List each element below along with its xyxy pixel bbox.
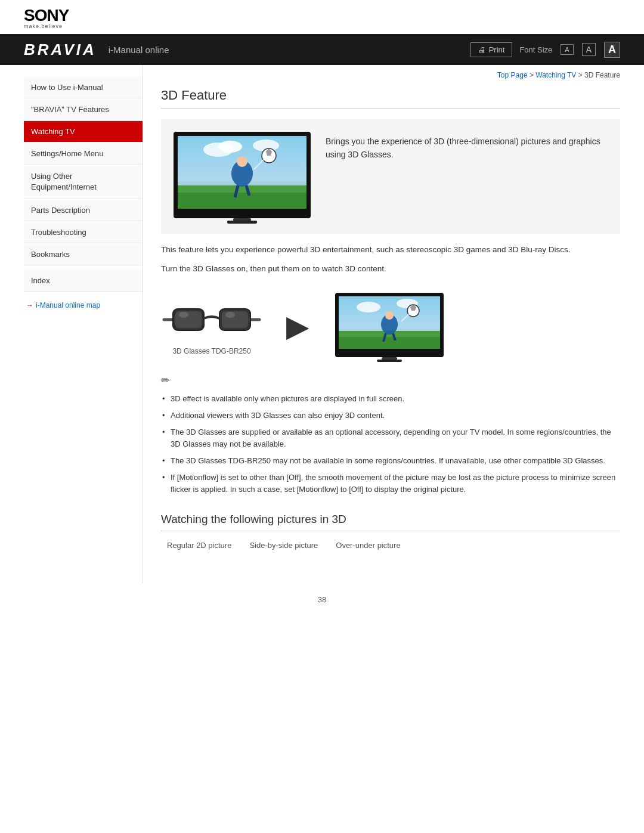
sidebar-item-bookmarks[interactable]: Bookmarks [24, 244, 143, 265]
svg-point-23 [225, 312, 235, 318]
breadcrumb-sep1: > [530, 71, 535, 79]
breadcrumb-current: 3D Feature [584, 71, 620, 79]
body-text-1: This feature lets you experience powerfu… [161, 243, 620, 256]
picture-type-2: Side-by-side picture [249, 541, 318, 550]
font-size-large-button[interactable]: A [604, 42, 620, 58]
bravia-bar-right: 🖨 Print Font Size A A A [470, 42, 620, 58]
glasses-diagram: 3D Glasses TDG-BR250 [161, 297, 262, 355]
glasses-image [161, 297, 262, 345]
breadcrumb: Top Page > Watching TV > 3D Feature [161, 65, 620, 83]
note-item-3: The 3D Glasses are supplied or available… [161, 424, 620, 453]
main-container: How to Use i-Manual "BRAVIA" TV Features… [0, 65, 644, 583]
notes-section: ✏ 3D effect is available only when pictu… [161, 374, 620, 498]
bravia-logo: BRAVIA [24, 41, 97, 59]
sony-logo: SONY make.believe [24, 7, 69, 29]
sony-tagline: make.believe [24, 24, 69, 29]
page-footer: 38 [0, 583, 644, 610]
sidebar-item-index[interactable]: Index [24, 270, 143, 292]
svg-rect-15 [227, 221, 257, 224]
breadcrumb-sep2: > [578, 71, 584, 79]
imanual-map-link[interactable]: → i-Manual online map [24, 301, 143, 309]
picture-type-1: Regular 2D picture [167, 541, 231, 550]
sidebar: How to Use i-Manual "BRAVIA" TV Features… [0, 65, 143, 583]
svg-point-27 [357, 302, 380, 312]
svg-point-4 [218, 141, 242, 153]
sidebar-item-bravia-features[interactable]: "BRAVIA" TV Features [24, 99, 143, 120]
page-number: 38 [318, 595, 326, 604]
font-size-small-button[interactable]: A [561, 44, 573, 55]
sidebar-item-using-other[interactable]: Using Other Equipment/Internet [24, 165, 143, 199]
font-size-label: Font Size [519, 45, 552, 54]
sidebar-item-how-to-use[interactable]: How to Use i-Manual [24, 77, 143, 98]
breadcrumb-watching-tv[interactable]: Watching TV [535, 71, 576, 79]
svg-point-32 [385, 311, 394, 320]
svg-point-20 [179, 312, 188, 318]
note-item-4: The 3D Glasses TDG-BR250 may not be avai… [161, 453, 620, 469]
note-item-1: 3D effect is available only when picture… [161, 391, 620, 407]
section2-title: Watching the following pictures in 3D [161, 513, 620, 531]
breadcrumb-top-page[interactable]: Top Page [497, 71, 528, 79]
page-title: 3D Feature [161, 88, 620, 109]
note-item-5: If [Motionflow] is set to other than [Of… [161, 469, 620, 498]
tv-3d-image-main [171, 129, 314, 224]
glasses-label: 3D Glasses TDG-BR250 [172, 347, 250, 355]
sony-wordmark: SONY [24, 7, 69, 24]
svg-point-9 [237, 156, 247, 167]
arrow-right-icon: → [26, 301, 33, 309]
svg-rect-38 [377, 360, 402, 362]
picture-types-row: Regular 2D picture Side-by-side picture … [161, 541, 620, 550]
picture-type-3: Over-under picture [336, 541, 400, 550]
feature-description: Brings you the experience of 3D (three-d… [326, 129, 611, 162]
print-button[interactable]: 🖨 Print [470, 42, 513, 57]
sidebar-item-watching-tv[interactable]: Watching TV [24, 121, 143, 143]
font-size-medium-button[interactable]: A [582, 43, 596, 56]
sidebar-item-parts[interactable]: Parts Description [24, 200, 143, 221]
main-content: Top Page > Watching TV > 3D Feature 3D F… [143, 65, 644, 583]
notes-list: 3D effect is available only when picture… [161, 391, 620, 498]
sidebar-item-settings[interactable]: Settings/Home Menu [24, 143, 143, 165]
note-item-2: Additional viewers with 3D Glasses can a… [161, 407, 620, 424]
top-header: SONY make.believe [0, 0, 644, 34]
body-text-2: Turn the 3D Glasses on, then put them on… [161, 262, 620, 275]
bravia-bar-left: BRAVIA i-Manual online [24, 41, 169, 59]
arrow-icon-big: ▶ [286, 309, 309, 343]
diagram-section: 3D Glasses TDG-BR250 ▶ [161, 290, 620, 362]
tv-3d-image-small [333, 290, 446, 362]
imanual-label: i-Manual online [109, 45, 169, 55]
bravia-bar: BRAVIA i-Manual online 🖨 Print Font Size… [0, 34, 644, 65]
feature-intro-block: Brings you the experience of 3D (three-d… [161, 119, 620, 234]
sidebar-item-troubleshooting[interactable]: Troubleshooting [24, 222, 143, 243]
note-icon: ✏ [161, 374, 620, 387]
print-icon: 🖨 [478, 45, 486, 54]
